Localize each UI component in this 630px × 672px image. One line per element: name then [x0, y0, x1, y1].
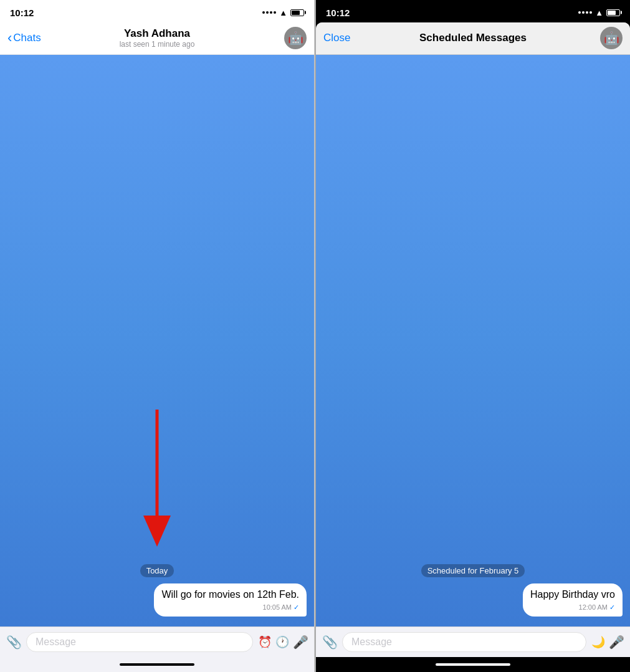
home-bar-right — [436, 663, 510, 666]
home-indicator-right — [316, 657, 630, 672]
message-row-right: Happy Birthday vro 12:00 AM ✓ — [323, 583, 623, 617]
mic-icon-left[interactable]: 🎤 — [293, 635, 308, 650]
input-right-icons-right: 🌙 🎤 — [591, 635, 624, 650]
rdot4 — [589, 11, 592, 14]
signal-dots-right — [578, 11, 592, 14]
nav-center-right: Scheduled Messages — [419, 32, 527, 44]
scheduled-sheet: Close Scheduled Messages 🤖 Scheduled for… — [316, 22, 630, 672]
input-bar-right: 📎 Message 🌙 🎤 — [316, 626, 630, 657]
annotation-arrow — [132, 410, 182, 547]
back-button[interactable]: ‹ Chats — [7, 31, 41, 45]
message-check-left: ✓ — [294, 603, 299, 612]
chat-messages-right: Scheduled for February 5 Happy Birthday … — [316, 559, 630, 622]
message-placeholder-right: Message — [351, 636, 392, 648]
nav-header-left: ‹ Chats Yash Adhana last seen 1 minute a… — [0, 22, 314, 55]
avatar-emoji-right: 🤖 — [604, 31, 619, 46]
status-bar-left: 10:12 ▲ — [0, 0, 314, 22]
back-chevron-icon: ‹ — [7, 31, 12, 45]
avatar-emoji-left: 🤖 — [288, 31, 303, 46]
dot4 — [274, 11, 276, 14]
message-text-left: Will go for movies on 12th Feb. — [161, 589, 299, 600]
input-bar-left: 📎 Message ⏰ 🕐 🎤 — [0, 626, 314, 657]
moon-icon-right[interactable]: 🌙 — [591, 635, 605, 649]
battery-fill-left — [292, 11, 300, 15]
chat-area-right: Scheduled for February 5 Happy Birthday … — [316, 55, 630, 626]
contact-avatar-left[interactable]: 🤖 — [284, 27, 307, 49]
svg-marker-1 — [143, 516, 171, 547]
scheduled-title: Scheduled Messages — [419, 32, 527, 44]
battery-icon-left — [290, 9, 304, 16]
status-time-right: 10:12 — [326, 7, 350, 18]
back-label-text[interactable]: Chats — [13, 32, 41, 44]
status-icons-left: ▲ — [262, 8, 304, 17]
message-bubble-right: Happy Birthday vro 12:00 AM ✓ — [523, 583, 623, 617]
dot2 — [266, 11, 269, 14]
input-right-icons-left: ⏰ 🕐 🎤 — [258, 635, 308, 650]
message-text-right: Happy Birthday vro — [530, 589, 615, 600]
right-phone: 10:12 ▲ Close Scheduled Messages 🤖 — [316, 0, 630, 672]
rdot3 — [586, 11, 588, 14]
left-phone: 10:12 ▲ ‹ Chats Yash Adhana last seen 1 … — [0, 0, 315, 672]
nav-center-left: Yash Adhana last seen 1 minute ago — [120, 27, 195, 49]
message-meta-right: 12:00 AM ✓ — [530, 603, 615, 612]
contact-avatar-right[interactable]: 🤖 — [600, 27, 623, 49]
battery-fill-right — [608, 11, 616, 15]
chat-messages-left: Today Will go for movies on 12th Feb. 10… — [0, 559, 314, 622]
close-button[interactable]: Close — [323, 32, 350, 44]
status-time-left: 10:12 — [10, 7, 34, 18]
mic-icon-right[interactable]: 🎤 — [609, 635, 624, 650]
schedule-icon-left[interactable]: ⏰ — [258, 635, 272, 649]
message-input-left[interactable]: Message — [26, 632, 253, 652]
dot1 — [262, 11, 265, 14]
dot3 — [270, 11, 272, 14]
message-time-left: 10:05 AM — [263, 603, 292, 612]
message-meta-left: 10:05 AM ✓ — [161, 603, 299, 612]
rdot1 — [578, 11, 581, 14]
status-bar-right: 10:12 ▲ — [316, 0, 630, 22]
message-time-right: 12:00 AM — [579, 603, 608, 612]
message-input-right[interactable]: Message — [342, 632, 586, 652]
chat-contact-name: Yash Adhana — [124, 27, 190, 40]
clock-icon-left[interactable]: 🕐 — [275, 635, 289, 649]
wifi-icon-left: ▲ — [279, 8, 287, 17]
message-row-left: Will go for movies on 12th Feb. 10:05 AM… — [7, 583, 307, 617]
wifi-icon-right: ▲ — [595, 8, 603, 17]
message-placeholder-left: Message — [36, 636, 76, 648]
signal-dots-left — [262, 11, 276, 14]
chat-area-left: Today Will go for movies on 12th Feb. 10… — [0, 55, 314, 626]
screen-divider — [315, 0, 316, 672]
message-check-right: ✓ — [609, 603, 615, 612]
date-badge-left: Today — [140, 564, 174, 577]
status-icons-right: ▲ — [578, 8, 620, 17]
home-indicator-left — [0, 657, 314, 672]
nav-header-right: Close Scheduled Messages 🤖 — [316, 22, 630, 55]
battery-icon-right — [606, 9, 620, 16]
attachment-icon-left[interactable]: 📎 — [6, 635, 21, 650]
home-bar-left — [120, 663, 194, 666]
rdot2 — [582, 11, 585, 14]
attachment-icon-right[interactable]: 📎 — [322, 635, 337, 650]
message-bubble-left: Will go for movies on 12th Feb. 10:05 AM… — [154, 583, 307, 617]
chat-last-seen: last seen 1 minute ago — [120, 40, 195, 49]
scheduled-badge: Scheduled for February 5 — [421, 564, 525, 577]
